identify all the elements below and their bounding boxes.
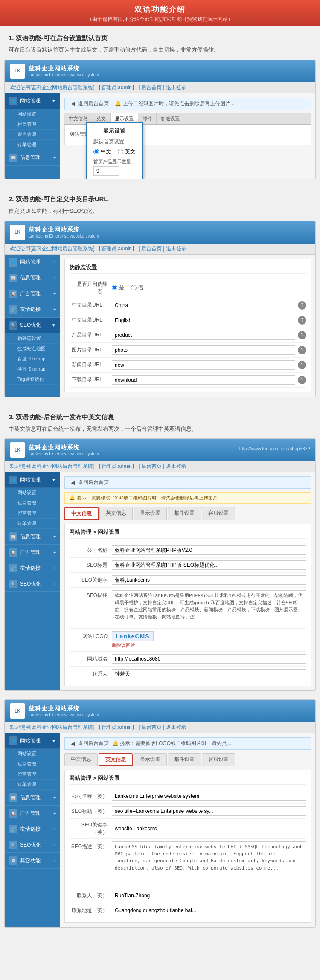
page-subtitle: （由于篇幅有限,不介绍全部功能,其它功能可预览我们演示网站） xyxy=(0,16,320,23)
label-seodesc-4: SEO描述（英） xyxy=(69,841,112,850)
seo-icon-4: 🔍 xyxy=(9,841,17,849)
products-count-input[interactable] xyxy=(93,166,119,176)
sidebar-item-website-2[interactable]: 🌐 网站管理 + xyxy=(5,255,60,270)
sidebar-sub-column-mgmt-1[interactable]: 栏目管理 xyxy=(5,119,60,130)
domain-input-3[interactable] xyxy=(112,654,306,664)
sidebar-sub-order-3[interactable]: 订单管理 xyxy=(5,519,60,529)
radio-chinese[interactable]: 中文 xyxy=(93,148,111,155)
form-row-download-url: 下载目录URL： ? xyxy=(69,373,306,388)
download-url-input[interactable] xyxy=(112,375,295,385)
section-3-title: 3. 双语功能-后台统一发布中英文信息 xyxy=(0,406,320,425)
sidebar-sub-order-mgmt-1[interactable]: 订单管理 xyxy=(5,140,60,150)
form-label-english-url: 中文目录URL： xyxy=(69,316,112,324)
sidebar-item-other-4[interactable]: ⚙ 其它功能 + xyxy=(5,853,60,869)
sidebar-sub-order-4[interactable]: 订单管理 xyxy=(5,780,60,790)
sidebar-sub-sitemap[interactable]: 生成站点地图 xyxy=(5,344,60,354)
sidebar-item-info-4[interactable]: 📰 信息管理 + xyxy=(5,790,60,806)
tab-chinese-4[interactable]: 中文信息 xyxy=(64,753,98,766)
cms-nav-logout-1[interactable]: 退出登录 xyxy=(166,84,186,90)
sidebar-sub-baidu-sitemap[interactable]: 百度 Sitemap xyxy=(5,354,60,364)
breadcrumb-back-3[interactable]: 返回后台首页 xyxy=(78,479,109,486)
sidebar-item-website-3[interactable]: 🌐 网站管理 ▼ xyxy=(5,472,60,488)
sidebar-item-ad-4[interactable]: 📢 广告管理 + xyxy=(5,806,60,821)
seodesc-textarea-3[interactable]: 蓝科企业网站系统LankeCMS是采用PHP+MYSQL技术和MVC模式进行开发… xyxy=(112,590,306,624)
sidebar-sub-pseudo-static[interactable]: 伪静态设置 xyxy=(5,333,60,344)
chinese-url-input[interactable] xyxy=(112,301,295,310)
product-url-input[interactable] xyxy=(112,331,295,340)
cms-form-4: 网站管理 > 网站设置 公司名称（英） SEO标题（英） xyxy=(64,770,311,923)
sidebar-item-seo-4[interactable]: 🔍 SEO优化 + xyxy=(5,837,60,853)
sidebar-sub-col-4[interactable]: 栏目管理 xyxy=(5,759,60,769)
sidebar-sub-msg-3[interactable]: 留言管理 xyxy=(5,508,60,519)
section-3: 3. 双语功能-后台统一发布中英文信息 中英文信息可在后台统一发布，无需发布两次… xyxy=(0,406,320,928)
radio-english[interactable]: 英文 xyxy=(118,148,135,155)
english-url-input[interactable] xyxy=(112,316,295,325)
sidebar-item-website-mgmt-1[interactable]: 🌐 网站管理 ▼ xyxy=(5,93,60,109)
tab-display-4[interactable]: 显示设置 xyxy=(134,753,167,766)
sidebar-item-seo-3[interactable]: 🔍 SEO优化 + xyxy=(5,576,60,592)
tab-display-3[interactable]: 显示设置 xyxy=(134,507,167,520)
cms-logo-icon-2: LK xyxy=(10,225,25,240)
seokw-input-4[interactable] xyxy=(112,824,306,833)
tab-english-3[interactable]: 英文信息 xyxy=(99,507,133,520)
remove-logo-link-3[interactable]: 删除该图片 xyxy=(112,642,306,649)
nav-home-4[interactable]: 后台首页 xyxy=(141,724,162,730)
contact-input-4[interactable] xyxy=(112,891,306,900)
sidebar-item-ad-3[interactable]: 📢 广告管理 + xyxy=(5,545,60,560)
cms-logo-subtitle-1: Lankecms Enterprise website system xyxy=(29,72,99,77)
form-row-contact-3: 联系人 xyxy=(69,667,306,681)
cms-breadcrumb-1: ◀ 返回后台首页 | 🔔 上传二维码图片时，请先点击删除后再上传图片... xyxy=(64,98,311,110)
sidebar-item-info-3[interactable]: 📰 信息管理 + xyxy=(5,529,60,545)
sidebar-sub-tag[interactable]: Tag标签优化 xyxy=(5,374,60,385)
tab-mail-3[interactable]: 邮件设置 xyxy=(168,507,201,520)
form-row-seotitle-3: SEO标题 xyxy=(69,558,306,573)
tab-mail-4[interactable]: 邮件设置 xyxy=(168,753,201,766)
sidebar-sub-site-settings-1[interactable]: 网站设置 xyxy=(5,109,60,119)
nav-logout-3[interactable]: 退出登录 xyxy=(166,463,186,469)
form-row-logo-3: 网站LOGO LankeCMS 删除该图片 xyxy=(69,629,306,652)
sidebar-sub-google-sitemap[interactable]: 谷歌 Sitemap xyxy=(5,364,60,374)
tab-service-3[interactable]: 客服设置 xyxy=(202,507,235,520)
sidebar-sub-msg-4[interactable]: 留言管理 xyxy=(5,769,60,780)
tab-extra-1[interactable]: 客服设置 xyxy=(157,113,184,124)
company-input-3[interactable] xyxy=(112,545,306,555)
sidebar-item-link-3[interactable]: 🔗 友情链接 + xyxy=(5,560,60,576)
photo-url-input[interactable] xyxy=(112,345,295,355)
sidebar-item-link-2[interactable]: 🔗 友情链接 + xyxy=(5,302,60,318)
seotitle-input-4[interactable] xyxy=(112,806,306,816)
sidebar-sub-col-3[interactable]: 栏目管理 xyxy=(5,498,60,508)
nav-home-2[interactable]: 后台首页 xyxy=(141,246,162,252)
sidebar-item-link-4[interactable]: 🔗 友情链接 + xyxy=(5,821,60,837)
seodesc-textarea-4[interactable]: LankeCMS blue family enterprise website … xyxy=(112,841,306,884)
seotitle-input-3[interactable] xyxy=(112,560,306,570)
link-icon-4: 🔗 xyxy=(9,825,17,833)
sidebar-item-seo-2[interactable]: 🔍 SEO优化 ▼ xyxy=(5,318,60,333)
nav-logout-4[interactable]: 退出登录 xyxy=(166,724,186,730)
cms-nav-home-1[interactable]: 后台首页 xyxy=(141,84,162,90)
address-input-4[interactable] xyxy=(112,906,306,915)
sidebar-item-info-2[interactable]: 📰 信息管理 + xyxy=(5,270,60,286)
news-url-input[interactable] xyxy=(112,360,295,370)
label-contact-4: 联系人（英） xyxy=(69,892,112,899)
radio-yes[interactable]: 是 xyxy=(112,284,124,291)
cms-sidebar-2: 🌐 网站管理 + 📰 信息管理 + 📢 广告管理 + 🔗 友情链接 xyxy=(5,255,60,397)
sidebar-sub-site-4[interactable]: 网站设置 xyxy=(5,749,60,759)
tab-chinese-3[interactable]: 中文信息 xyxy=(64,507,99,520)
sidebar-item-info-mgmt-1[interactable]: 📰 信息管理 + xyxy=(5,150,60,166)
nav-logout-2[interactable]: 退出登录 xyxy=(166,246,186,252)
seokw-input-3[interactable] xyxy=(112,575,306,585)
nav-home-3[interactable]: 后台首页 xyxy=(141,463,162,469)
tab-english-4[interactable]: 英文信息 xyxy=(99,753,133,766)
breadcrumb-back-1[interactable]: 返回后台首页 xyxy=(78,100,109,107)
tabs-with-popup: 中文信息 英文 显示设置 邮件 客服设置 显示设置 默认首页设置 xyxy=(64,113,311,145)
radio-no[interactable]: 否 xyxy=(131,284,143,291)
company-input-4[interactable] xyxy=(112,792,306,801)
sidebar-item-website-4[interactable]: 🌐 网站管理 ▼ xyxy=(5,733,60,749)
tab-service-4[interactable]: 客服设置 xyxy=(202,753,235,766)
sidebar-sub-message-mgmt-1[interactable]: 留言管理 xyxy=(5,130,60,140)
sidebar-item-ad-2[interactable]: 📢 广告管理 + xyxy=(5,286,60,302)
breadcrumb-back-4[interactable]: 返回后台首页 xyxy=(78,740,109,747)
sidebar-sub-site-3[interactable]: 网站设置 xyxy=(5,488,60,498)
contact-input-3[interactable] xyxy=(112,669,306,678)
form-label-download-url: 下载目录URL： xyxy=(69,376,112,383)
